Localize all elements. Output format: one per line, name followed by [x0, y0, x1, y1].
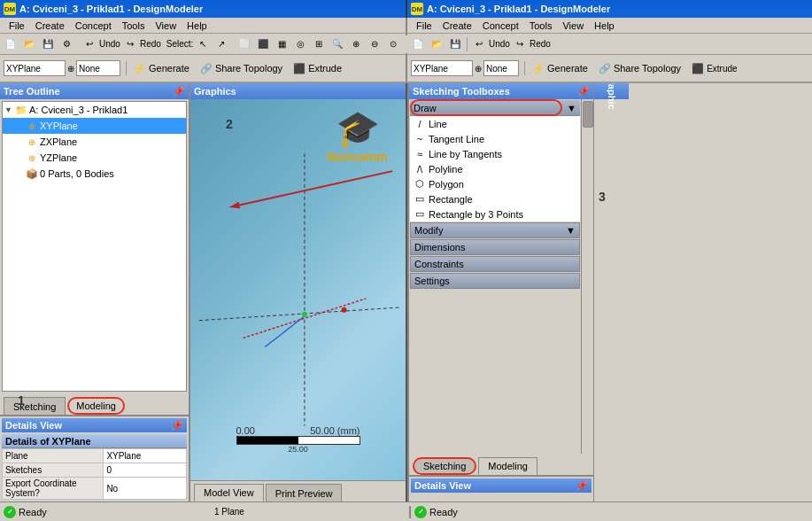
- view2-btn[interactable]: ⬛: [254, 35, 272, 53]
- select-label: Select:: [166, 39, 194, 49]
- tree-item-root[interactable]: ▼ 📁 A: Cviceni_3 - Priklad1: [3, 102, 186, 118]
- left-status-icon: ✓: [4, 506, 16, 518]
- details-pin[interactable]: 📌: [171, 420, 183, 432]
- view1-btn[interactable]: ⬜: [236, 35, 253, 53]
- r-redo-btn[interactable]: ↪: [511, 35, 529, 53]
- r-plane-dropdown[interactable]: XYPlane: [411, 60, 473, 76]
- scale-bar: 0.00 50.00 (mm) 25.00: [236, 425, 360, 454]
- tool-rectangle-3pts[interactable]: ▭ Rectangle by 3 Points: [410, 206, 580, 222]
- zoom2-btn[interactable]: ⊕: [347, 35, 365, 53]
- menu-tools-r[interactable]: Tools: [524, 18, 558, 33]
- tree-item-zxplane[interactable]: ⊕ ZXPlane: [3, 134, 186, 150]
- zoom4-btn[interactable]: ⊙: [384, 35, 402, 53]
- menu-concept[interactable]: Concept: [70, 18, 117, 33]
- menu-file[interactable]: File: [4, 18, 30, 33]
- plane-dropdown[interactable]: XYPlane: [4, 60, 66, 76]
- tool-line-by-2-tangents[interactable]: ≈ Line by Tangents: [410, 146, 580, 161]
- app-window: DM A: Cviceni_3 - Priklad1 - DesignModel…: [0, 0, 812, 521]
- scrollbar-thumb[interactable]: [583, 101, 593, 128]
- r-generate-btn[interactable]: ⚡ Generate: [527, 56, 593, 81]
- print-preview-label: Print Preview: [275, 488, 333, 499]
- menu-file-r[interactable]: File: [411, 18, 437, 33]
- draw-label: Draw: [414, 103, 437, 113]
- sketching-toolbox-panel: Sketching Toolboxes 📌 Draw ▼: [407, 83, 593, 502]
- r-tab-sketching-label: Sketching: [423, 461, 466, 471]
- model-view-label: Model View: [204, 487, 254, 498]
- settings-btn[interactable]: ⚙: [58, 35, 75, 53]
- r-details-pin[interactable]: 📌: [576, 480, 588, 492]
- details-section-title: Details of XYPlane: [5, 436, 91, 447]
- generate-btn[interactable]: ⚡ Generate: [128, 56, 195, 81]
- view5-btn[interactable]: ⊞: [310, 35, 328, 53]
- view3-btn[interactable]: ▦: [273, 35, 290, 53]
- zoom1-btn[interactable]: 🔍: [329, 35, 346, 53]
- tab-print-preview[interactable]: Print Preview: [266, 484, 343, 502]
- r-rsep: [524, 61, 525, 75]
- menu-create[interactable]: Create: [30, 18, 70, 33]
- settings-section[interactable]: Settings: [410, 273, 580, 289]
- save-btn[interactable]: 💾: [39, 35, 57, 53]
- new-btn[interactable]: 📄: [2, 35, 19, 53]
- annotation-num2: 2: [226, 117, 233, 131]
- tab-modeling-right[interactable]: Modeling: [478, 457, 537, 475]
- r-new-btn[interactable]: 📄: [409, 35, 427, 53]
- menu-create-r[interactable]: Create: [437, 18, 477, 33]
- tab-model-view[interactable]: Model View: [194, 484, 264, 502]
- line-icon: /: [414, 119, 426, 129]
- tab-sketching-left[interactable]: Sketching: [4, 397, 66, 415]
- r-open-btn[interactable]: 📂: [428, 35, 445, 53]
- menu-help[interactable]: Help: [182, 18, 213, 33]
- left-title-text: A: Cviceni_3 - Priklad1 - DesignModeler: [19, 4, 203, 14]
- generate-icon: ⚡: [134, 63, 146, 74]
- dimensions-section[interactable]: Dimensions: [410, 239, 580, 255]
- menu-concept-r[interactable]: Concept: [477, 18, 524, 33]
- view4-btn[interactable]: ◎: [291, 35, 309, 53]
- r-undo-btn[interactable]: ↩: [470, 35, 488, 53]
- tree-item-yzplane[interactable]: ⊕ YZPlane: [3, 150, 186, 166]
- open-btn[interactable]: 📂: [20, 35, 38, 53]
- extrude-label: Extrude: [308, 63, 342, 74]
- r-redo-label: Redo: [530, 39, 551, 49]
- modify-section[interactable]: Modify ▼: [410, 222, 580, 238]
- tree-item-parts[interactable]: 📦 0 Parts, 0 Bodies: [3, 166, 186, 182]
- undo-btn[interactable]: ↩: [81, 35, 98, 53]
- tree-item-xyplane[interactable]: ⊕ XYPlane: [3, 118, 186, 134]
- tool-polygon[interactable]: ⬡ Polygon: [410, 176, 580, 191]
- detail-row-export: Export Coordinate System? No: [3, 478, 187, 500]
- left-title-bar: DM A: Cviceni_3 - Priklad1 - DesignModel…: [0, 0, 407, 18]
- select2-btn[interactable]: ↗: [213, 35, 230, 53]
- menu-view-r[interactable]: View: [557, 18, 589, 33]
- extrude-btn[interactable]: ⬛ Extrude: [288, 56, 347, 81]
- r-extrude-btn[interactable]: ⬛ Extrude: [686, 56, 742, 81]
- menu-view[interactable]: View: [150, 18, 182, 33]
- toolbox-pin[interactable]: 📌: [577, 86, 590, 97]
- menu-tools[interactable]: Tools: [117, 18, 151, 33]
- tool-rectangle[interactable]: ▭ Rectangle: [410, 191, 580, 206]
- r-sketch-dropdown[interactable]: None: [483, 60, 519, 76]
- draw-section-header[interactable]: Draw ▼: [410, 100, 580, 116]
- detail-row-sketches: Sketches 0: [3, 463, 187, 478]
- constraints-section[interactable]: Constraints: [410, 256, 580, 272]
- r-save-btn[interactable]: 💾: [446, 35, 464, 53]
- tool-polyline[interactable]: /\ Polyline: [410, 161, 580, 176]
- toolbox-scrollbar[interactable]: [581, 99, 593, 454]
- tool-tangent-line[interactable]: ~ Tangent Line: [410, 131, 580, 146]
- rsep: [126, 61, 127, 75]
- graphics-canvas[interactable]: 🎓 Noncomm 0.00 50.00 (mm) 25.00: [190, 99, 406, 480]
- menu-help-r[interactable]: Help: [589, 18, 620, 33]
- tool-line[interactable]: / Line: [410, 116, 580, 131]
- graphic-label: Graphic: [594, 83, 629, 99]
- select-cursor-btn[interactable]: ↖: [194, 35, 212, 53]
- export-key: Export Coordinate System?: [3, 478, 104, 500]
- right-ribbon: XYPlane ⊕ None ⚡ Generate 🔗 Share Topolo…: [407, 55, 812, 83]
- sketch-dropdown[interactable]: None: [76, 60, 120, 76]
- generate-label: Generate: [149, 63, 189, 74]
- tab-modeling-left[interactable]: Modeling: [67, 397, 125, 415]
- r-share-topology-btn[interactable]: 🔗 Share Topology: [593, 56, 686, 81]
- redo-btn[interactable]: ↪: [121, 35, 139, 53]
- tab-sketching-right[interactable]: Sketching: [413, 457, 476, 475]
- noncomm-label: Noncomm: [328, 150, 388, 164]
- share-topology-btn[interactable]: 🔗 Share Topology: [195, 56, 288, 81]
- pin-icon[interactable]: 📌: [173, 86, 185, 97]
- zoom3-btn[interactable]: ⊖: [366, 35, 383, 53]
